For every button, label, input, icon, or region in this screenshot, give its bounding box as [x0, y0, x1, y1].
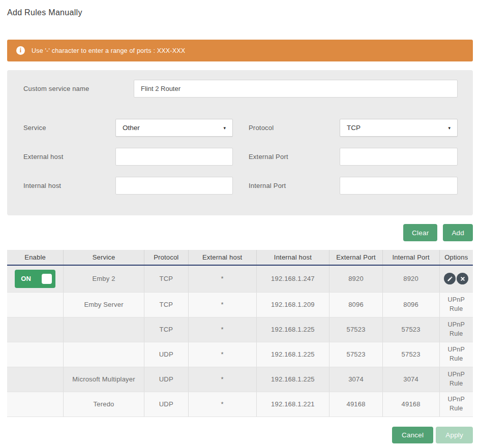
- page-title: Add Rules Manually: [7, 0, 473, 17]
- cell-internal-host: 192.168.1.221: [256, 392, 329, 417]
- cell-internal-host: 192.168.1.247: [256, 265, 329, 292]
- table-row: ON Emby 2 TCP * 192.168.1.247 8920 8920: [7, 265, 473, 292]
- col-header-protocol: Protocol: [144, 250, 188, 265]
- cell-external-port: 57523: [329, 342, 382, 367]
- cell-enable: [7, 367, 64, 392]
- cell-service: Emby Server: [64, 292, 144, 317]
- cell-options: [439, 265, 473, 292]
- cell-internal-port: 8096: [382, 292, 439, 317]
- cell-options: UPnP Rule: [439, 317, 473, 342]
- table-row: UDP * 192.168.1.225 57523 57523 UPnP Rul…: [7, 342, 473, 367]
- cell-options: UPnP Rule: [439, 342, 473, 367]
- protocol-select-value: TCP: [347, 124, 361, 132]
- cell-internal-port: 57523: [382, 342, 439, 367]
- cell-enable: ON: [7, 265, 64, 292]
- cell-protocol: UDP: [144, 342, 188, 367]
- cell-service: [64, 342, 144, 367]
- service-label: Service: [23, 124, 115, 132]
- protocol-select[interactable]: TCP ▾: [340, 119, 458, 137]
- cell-internal-host: 192.168.1.225: [256, 317, 329, 342]
- form-actions: Clear Add: [7, 224, 473, 241]
- apply-button[interactable]: Apply: [436, 427, 473, 443]
- cell-external-port: 49168: [329, 392, 382, 417]
- col-header-enable: Enable: [7, 250, 64, 265]
- col-header-internal-host: Internal host: [256, 250, 329, 265]
- port-forwarding-page: Add Rules Manually i Use '-' character t…: [0, 0, 480, 448]
- internal-host-label: Internal host: [23, 182, 115, 189]
- cell-service: Emby 2: [64, 265, 144, 292]
- col-header-options: Options: [439, 250, 473, 265]
- internal-host-field: Internal host: [23, 177, 233, 195]
- cell-external-port: 3074: [329, 367, 382, 392]
- table-row: TCP * 192.168.1.225 57523 57523 UPnP Rul…: [7, 317, 473, 342]
- enable-toggle[interactable]: ON: [15, 270, 55, 288]
- cell-internal-port: 3074: [382, 367, 439, 392]
- add-button[interactable]: Add: [443, 224, 473, 241]
- clear-button[interactable]: Clear: [403, 224, 437, 241]
- external-port-input[interactable]: [340, 148, 458, 166]
- cell-external-port: 8920: [329, 265, 382, 292]
- cell-external-host: *: [188, 265, 256, 292]
- service-field: Service Other ▾: [23, 119, 233, 137]
- external-host-input[interactable]: [115, 148, 233, 166]
- col-header-external-host: External host: [188, 250, 256, 265]
- cell-enable: [7, 292, 64, 317]
- cell-service: Microsoft Multiplayer: [64, 367, 144, 392]
- info-icon: i: [16, 46, 25, 55]
- col-header-external-port: External Port: [329, 250, 382, 265]
- info-banner-text: Use '-' character to enter a range of po…: [32, 47, 185, 54]
- add-rule-form: Custom service name Service Other ▾ Prot…: [7, 70, 473, 215]
- custom-service-name-row: Custom service name: [23, 80, 458, 98]
- cancel-button[interactable]: Cancel: [392, 427, 433, 443]
- table-row: Teredo UDP * 192.168.1.221 49168 49168 U…: [7, 392, 473, 417]
- internal-port-label: Internal Port: [249, 182, 340, 189]
- external-port-label: External Port: [249, 153, 340, 161]
- table-header-row: Enable Service Protocol External host In…: [7, 250, 473, 265]
- cell-internal-host: 192.168.1.225: [256, 342, 329, 367]
- service-select-value: Other: [123, 124, 140, 132]
- rules-table: Enable Service Protocol External host In…: [7, 250, 473, 417]
- cell-internal-host: 192.168.1.209: [256, 292, 329, 317]
- internal-port-input[interactable]: [340, 177, 458, 195]
- cell-options: UPnP Rule: [439, 392, 473, 417]
- footer-actions: Cancel Apply: [7, 427, 473, 448]
- cell-internal-host: 192.168.1.225: [256, 367, 329, 392]
- cell-protocol: UDP: [144, 367, 188, 392]
- cell-internal-port: 49168: [382, 392, 439, 417]
- cell-external-host: *: [188, 342, 256, 367]
- rules-table-body: ON Emby 2 TCP * 192.168.1.247 8920 8920 …: [7, 265, 473, 417]
- service-select[interactable]: Other ▾: [115, 119, 233, 137]
- toggle-knob: [42, 274, 52, 284]
- external-host-field: External host: [23, 148, 233, 166]
- cell-protocol: UDP: [144, 392, 188, 417]
- custom-service-name-input[interactable]: [134, 80, 458, 98]
- cell-external-port: 8096: [329, 292, 382, 317]
- edit-icon[interactable]: [444, 273, 456, 284]
- external-host-label: External host: [23, 153, 115, 161]
- cell-protocol: TCP: [144, 292, 188, 317]
- cell-service: Teredo: [64, 392, 144, 417]
- cell-enable: [7, 392, 64, 417]
- cell-enable: [7, 317, 64, 342]
- protocol-field: Protocol TCP ▾: [249, 119, 458, 137]
- cell-external-port: 57523: [329, 317, 382, 342]
- cell-internal-port: 57523: [382, 317, 439, 342]
- chevron-down-icon: ▾: [448, 125, 451, 131]
- external-port-field: External Port: [249, 148, 458, 166]
- cell-external-host: *: [188, 367, 256, 392]
- service-protocol-row: Service Other ▾ Protocol TCP ▾: [23, 119, 458, 137]
- internal-host-input[interactable]: [115, 177, 233, 195]
- delete-icon[interactable]: [457, 273, 468, 284]
- cell-options: UPnP Rule: [439, 292, 473, 317]
- cell-external-host: *: [188, 317, 256, 342]
- cell-enable: [7, 342, 64, 367]
- col-header-service: Service: [64, 250, 144, 265]
- chevron-down-icon: ▾: [223, 125, 226, 131]
- internal-port-field: Internal Port: [249, 177, 458, 195]
- table-row: Emby Server TCP * 192.168.1.209 8096 809…: [7, 292, 473, 317]
- cell-internal-port: 8920: [382, 265, 439, 292]
- cell-external-host: *: [188, 292, 256, 317]
- table-row: Microsoft Multiplayer UDP * 192.168.1.22…: [7, 367, 473, 392]
- protocol-label: Protocol: [249, 124, 340, 132]
- custom-service-name-label: Custom service name: [23, 85, 134, 92]
